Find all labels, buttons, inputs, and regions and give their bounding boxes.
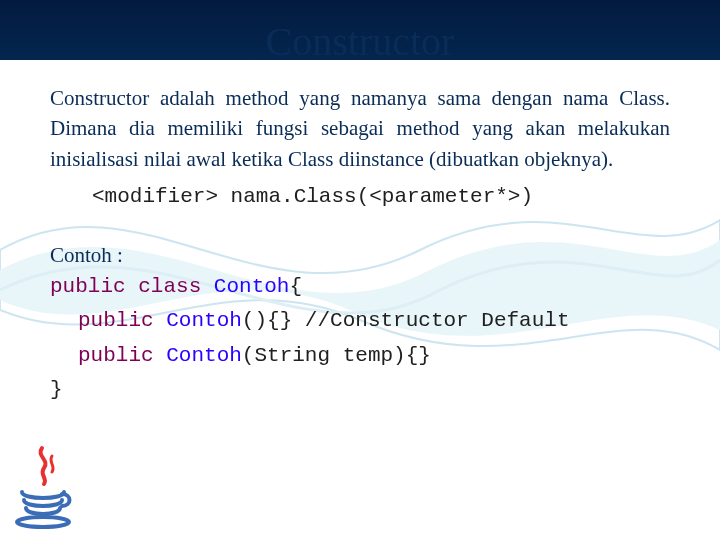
code-line-3: public Contoh(String temp){} xyxy=(50,341,670,371)
syntax-line: <modifier> nama.Class(<parameter*>) xyxy=(50,182,670,212)
page-title: Constructor xyxy=(50,18,670,65)
svg-point-0 xyxy=(17,517,69,527)
slide-content: Constructor Constructor adalah method ya… xyxy=(0,0,720,540)
code-line-1: public class Contoh{ xyxy=(50,272,670,302)
java-logo-icon xyxy=(8,442,78,532)
code-line-2: public Contoh(){} //Constructor Default xyxy=(50,306,670,336)
example-label: Contoh : xyxy=(50,243,670,268)
code-line-4: } xyxy=(50,375,670,405)
constructor-description: Constructor adalah method yang namanya s… xyxy=(50,83,670,174)
code-example: public class Contoh{ public Contoh(){} /… xyxy=(50,272,670,406)
